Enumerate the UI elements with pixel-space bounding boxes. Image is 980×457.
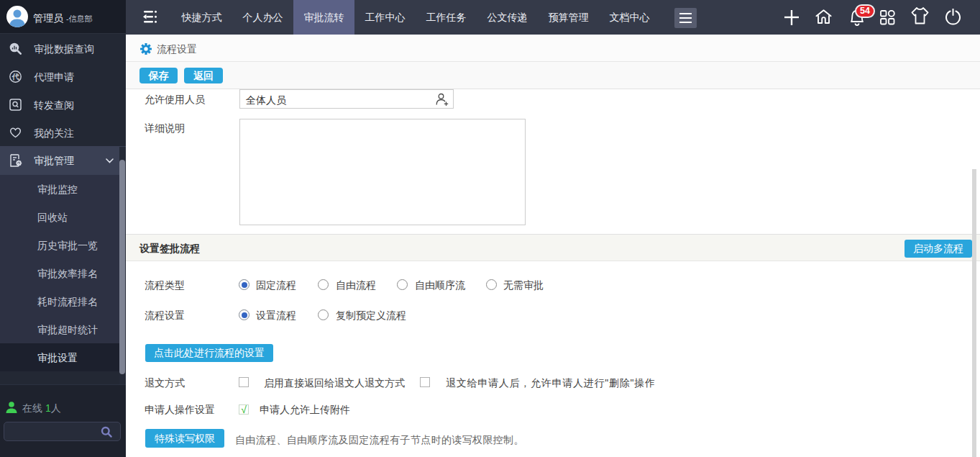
svg-text:代: 代 — [12, 73, 20, 81]
